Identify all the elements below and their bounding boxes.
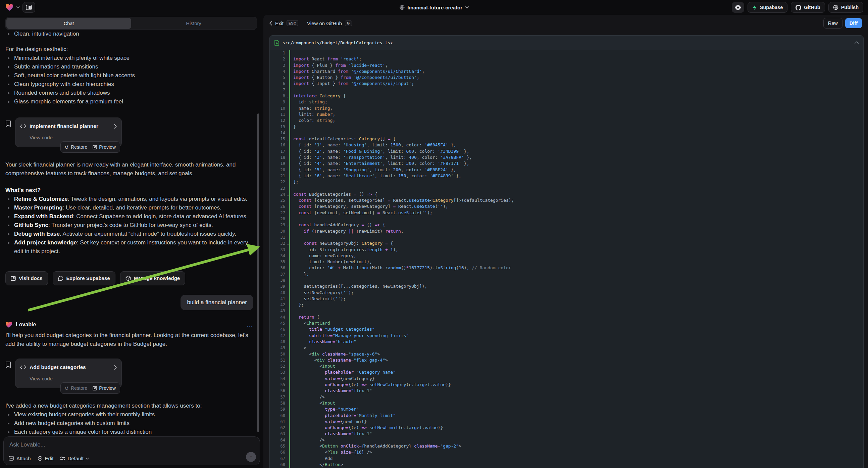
project-selector[interactable]: financial-future-creator: [399, 0, 469, 15]
code-line: 5import { Button } from '@/components/ui…: [270, 75, 863, 81]
code-line: 17 { id: '2', name: 'Food & Dining', lim…: [270, 148, 863, 154]
visit-docs-button[interactable]: Visit docs: [5, 271, 48, 285]
fold-chevron-icon[interactable]: ⌄: [287, 192, 289, 198]
line-number: 40: [270, 290, 289, 296]
bookmark-icon[interactable]: [5, 361, 11, 368]
chat-scrollbar-thumb[interactable]: [257, 114, 259, 432]
exit-button[interactable]: Exit ESC: [270, 20, 298, 26]
view-code-link[interactable]: View code: [30, 133, 117, 142]
collapse-chevron-up-icon[interactable]: [855, 41, 859, 44]
code-line: 34 name: newCategory,: [270, 253, 863, 259]
supabase-button[interactable]: Supabase: [748, 2, 788, 13]
bookmark-icon[interactable]: [5, 120, 11, 127]
restore-button[interactable]: ↺Restore: [65, 143, 88, 151]
explore-supabase-button[interactable]: Explore Supabase: [53, 271, 116, 285]
restore-button[interactable]: ↺Restore: [65, 384, 88, 392]
code-line-text: if (!newCategory || !newLimit) return;: [290, 228, 863, 234]
code-line-text: const defaultCategories: Category[] = [: [290, 136, 863, 142]
mode-selector[interactable]: Default: [60, 456, 89, 461]
intro-bullet-list: Clean, intuitive navigation: [5, 30, 253, 38]
fold-chevron-icon[interactable]: ⌄: [287, 222, 289, 228]
whats-next-heading: What's next?: [5, 186, 253, 195]
code-line: 43: [270, 308, 863, 314]
code-line-text: return (: [290, 314, 863, 320]
code-line: 57 />: [270, 394, 863, 400]
supabase-icon: [752, 5, 757, 10]
code-line-text: import { Input } from '@/components/ui/i…: [290, 81, 863, 87]
code-line-text: className="h-auto": [290, 339, 863, 345]
raw-toggle-button[interactable]: Raw: [824, 18, 842, 29]
chat-message-list: Clean, intuitive navigation For the desi…: [5, 30, 253, 434]
diff-toggle-button[interactable]: Diff: [845, 18, 862, 28]
settings-button[interactable]: [732, 2, 744, 13]
code-line-text: Add: [290, 456, 863, 462]
fold-chevron-icon[interactable]: ⌄: [287, 93, 289, 99]
line-number: 8⌄: [270, 93, 289, 99]
code-line-text: <div className="space-y-6">: [290, 351, 863, 357]
code-line: 49 >: [270, 345, 863, 351]
code-line: 60 placeholder="Monthly limit": [270, 413, 863, 419]
send-button[interactable]: ↑: [246, 452, 256, 462]
line-number: 27: [270, 210, 289, 216]
tab-history[interactable]: History: [131, 18, 256, 29]
line-number: 13: [270, 124, 289, 130]
code-line-text: className="flex-1": [290, 431, 863, 437]
code-line-text: [290, 130, 863, 136]
fold-chevron-icon[interactable]: ⌄: [287, 241, 289, 247]
preview-button[interactable]: Preview: [93, 384, 116, 392]
chat-input[interactable]: Ask Lovable...: [9, 441, 45, 448]
lovable-logo[interactable]: [5, 4, 13, 11]
line-number: 44: [270, 314, 289, 320]
list-item: Master Prompting: Use clear, detailed, a…: [5, 203, 253, 212]
file-header[interactable]: src/components/budget/BudgetCategories.t…: [270, 36, 863, 50]
line-number: 47: [270, 333, 289, 339]
version-card-add-budget-categories[interactable]: Add budget categories View code ↺Restore…: [15, 358, 122, 388]
code-line: 14: [270, 130, 863, 136]
line-number: 2: [270, 56, 289, 62]
file-path: src/components/budget/BudgetCategories.t…: [282, 40, 851, 45]
user-message-row: build a financial planner: [5, 295, 253, 310]
logo-chevron-down-icon[interactable]: [16, 6, 20, 9]
publish-button[interactable]: Publish: [829, 2, 863, 13]
message-menu-button[interactable]: …: [247, 323, 253, 326]
publish-globe-icon: [833, 5, 838, 10]
list-item: Subtle animations and transitions: [5, 62, 253, 71]
chat-composer[interactable]: Ask Lovable... Attach Edit Default ↑: [3, 436, 260, 465]
code-line: 29⌄ const handleAddCategory = () => {: [270, 222, 863, 228]
line-number: 11: [270, 112, 289, 117]
code-line-text: };: [290, 271, 863, 277]
version-card-implement-financial-planner[interactable]: Implement financial planner View code ↺R…: [15, 117, 122, 147]
code-line: 13}: [270, 124, 863, 130]
line-number: 26: [270, 203, 289, 209]
code-line: 4import ChartCard from '@/components/ui/…: [270, 68, 863, 75]
line-number: 18: [270, 154, 289, 160]
view-code-link[interactable]: View code: [30, 374, 117, 383]
code-line: 35 limit: Number(newLimit),: [270, 259, 863, 265]
code-line-text: className="flex-1": [290, 388, 863, 394]
edit-button[interactable]: Edit: [38, 456, 54, 461]
line-number: 39: [270, 283, 289, 289]
line-number: 15⌄: [270, 136, 289, 142]
code-body: src/components/budget/BudgetCategories.t…: [270, 35, 864, 468]
code-line: 26 const [newCategory, setNewCategory] =…: [270, 203, 863, 209]
list-item: Clean typography with clear hierarchies: [5, 80, 253, 89]
line-number: 9: [270, 99, 289, 105]
code-line: 7: [270, 87, 863, 93]
preview-button[interactable]: Preview: [93, 143, 116, 151]
code-line: 46 title="Budget Categories": [270, 326, 863, 332]
manage-knowledge-button[interactable]: Manage knowledge: [120, 271, 186, 285]
design-bullet-list: Minimalist interface with plenty of whit…: [5, 54, 253, 106]
attach-button[interactable]: Attach: [9, 456, 31, 461]
code-line: 19 { id: '4', name: 'Entertainment', lim…: [270, 160, 863, 167]
fold-chevron-icon[interactable]: ⌄: [287, 136, 289, 142]
github-icon: [796, 5, 801, 10]
code-line: 31: [270, 234, 863, 240]
code-line-text: name: newCategory,: [290, 253, 863, 259]
line-number: 52: [270, 363, 289, 369]
tab-chat[interactable]: Chat: [6, 18, 131, 29]
toggle-sidebar-button[interactable]: [23, 2, 35, 13]
view-on-github-button[interactable]: View on GitHub G: [307, 20, 352, 26]
code-line: 1: [270, 50, 863, 56]
code-line-text: setNewLimit('');: [290, 296, 863, 302]
github-button[interactable]: GitHub: [791, 2, 825, 13]
